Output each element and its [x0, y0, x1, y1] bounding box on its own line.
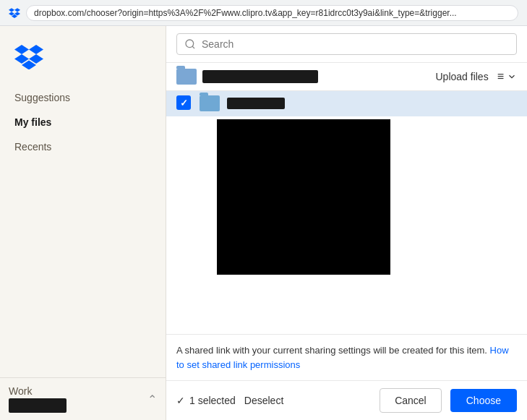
chevron-icon: ⌃ — [147, 393, 157, 406]
browser-url[interactable]: dropbox.com/chooser?origin=https%3A%2F%2… — [26, 5, 518, 21]
file-icon — [200, 95, 220, 111]
footer: ✓ 1 selected Deselect Cancel Choose — [166, 380, 527, 420]
browser-bar: dropbox.com/chooser?origin=https%3A%2F%2… — [0, 0, 527, 26]
folder-name-block — [202, 70, 318, 83]
sidebar-item-myfiles[interactable]: My files — [6, 111, 160, 134]
svg-line-1 — [192, 46, 194, 48]
toolbar: Upload files ≡ — [166, 63, 527, 91]
view-toggle-button[interactable]: ≡ — [497, 70, 517, 83]
chevron-down-icon — [507, 72, 517, 82]
selected-count: ✓ 1 selected — [176, 395, 236, 406]
choose-button[interactable]: Choose — [450, 389, 517, 412]
search-input-wrapper[interactable] — [176, 33, 517, 55]
sidebar-work-label: Work — [9, 385, 67, 397]
dropbox-logo — [0, 38, 166, 86]
file-preview-area — [166, 116, 527, 275]
selected-count-label: 1 selected — [189, 395, 236, 406]
sidebar-work-section[interactable]: Work ⌃ — [0, 377, 166, 420]
file-list-inner: ✓ — [166, 91, 527, 275]
list-view-icon: ≡ — [497, 70, 504, 83]
deselect-button[interactable]: Deselect — [244, 395, 283, 406]
main-content: Upload files ≡ ✓ — [166, 26, 527, 420]
dropbox-logo-icon — [14, 45, 43, 69]
file-row[interactable]: ✓ — [166, 91, 527, 116]
file-preview-image — [217, 119, 390, 275]
folder-icon — [176, 69, 197, 85]
info-section: A shared link with your current sharing … — [166, 334, 527, 380]
sidebar-item-recents[interactable]: Recents — [6, 135, 160, 158]
toolbar-right: Upload files ≡ — [436, 70, 518, 83]
checkbox[interactable]: ✓ — [176, 95, 192, 111]
search-input[interactable] — [202, 38, 509, 50]
upload-files-button[interactable]: Upload files — [436, 71, 489, 82]
file-list: ✓ — [166, 91, 527, 334]
svg-point-0 — [186, 40, 194, 48]
sidebar-work-content — [9, 398, 67, 413]
search-icon — [184, 38, 196, 50]
cancel-button[interactable]: Cancel — [380, 388, 442, 413]
info-text: A shared link with your current sharing … — [176, 345, 487, 356]
sidebar-item-suggestions[interactable]: Suggestions — [6, 86, 160, 109]
dropbox-favicon — [9, 7, 20, 19]
sidebar: Suggestions My files Recents Work ⌃ — [0, 26, 166, 420]
file-name — [227, 98, 285, 109]
checkbox-checked: ✓ — [176, 95, 191, 110]
search-bar — [166, 26, 527, 63]
folder-item-toolbar — [176, 69, 318, 85]
checkmark-icon: ✓ — [176, 395, 185, 406]
sidebar-nav: Suggestions My files Recents — [0, 86, 166, 158]
